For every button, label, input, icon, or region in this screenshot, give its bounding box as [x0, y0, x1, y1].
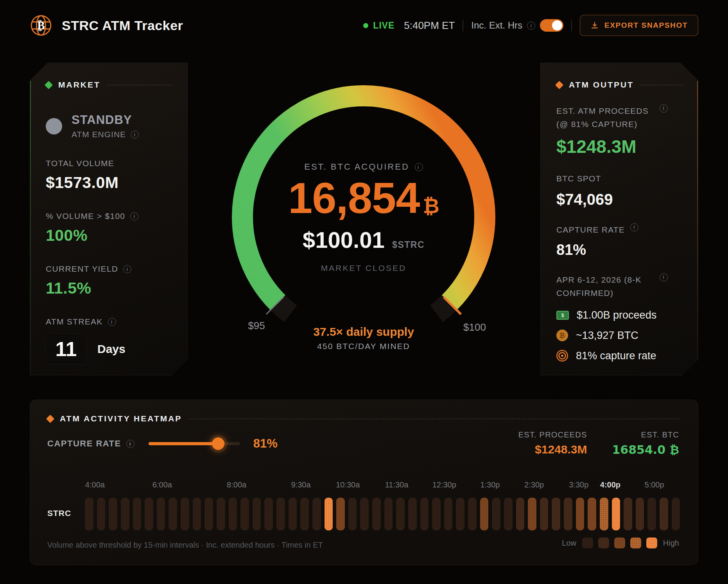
est-btc-label: EST. BTC [612, 430, 679, 439]
heatmap-cell[interactable] [133, 498, 142, 530]
heatmap-cell[interactable] [588, 498, 596, 530]
heatmap-cell[interactable] [492, 498, 500, 530]
market-panel: MARKET STANDBY ATM ENGINE i TOTAL VOLUME… [30, 63, 188, 375]
heatmap-cell[interactable] [540, 498, 549, 530]
heatmap-cell[interactable] [253, 498, 261, 530]
heatmap-cell[interactable] [624, 498, 632, 530]
heatmap-cell[interactable] [480, 498, 489, 530]
est-btc-value: 16854.0 ₿ [612, 443, 679, 457]
market-status: MARKET CLOSED [223, 263, 504, 273]
heatmap-cell[interactable] [468, 498, 477, 530]
heatmap-cell[interactable] [408, 498, 417, 530]
ext-hours-toggle[interactable] [540, 19, 563, 32]
event-item-text: ~13,927 BTC [576, 330, 638, 342]
heatmap-cell[interactable] [229, 498, 237, 530]
event-list: $$1.00B proceeds₿~13,927 BTC81% capture … [556, 309, 684, 362]
heatmap-cell[interactable] [360, 498, 369, 530]
gauge-center-readout: EST. BTC ACQUIRED i 16,854₿ $100.01 $STR… [223, 162, 504, 273]
heatmap-cell[interactable] [576, 498, 585, 530]
heatmap-cell[interactable] [109, 498, 117, 530]
heatmap-cell[interactable] [504, 498, 513, 530]
heatmap-cell[interactable] [516, 498, 525, 530]
heatmap-cell[interactable] [240, 498, 249, 530]
est-proceeds-value: $1248.3M [556, 136, 684, 157]
diamond-icon [45, 81, 53, 89]
info-icon[interactable]: i [108, 318, 116, 326]
gauge-end-cap-right [437, 303, 450, 313]
heatmap-cell[interactable] [348, 498, 357, 530]
live-label: LIVE [373, 20, 394, 31]
time-label: 3:30p [569, 480, 588, 489]
info-icon[interactable]: i [126, 440, 134, 448]
header: ₿ STRC ATM Tracker LIVE 5:40PM ET Inc. E… [30, 13, 698, 38]
heatmap-cell[interactable] [264, 498, 273, 530]
heatmap-cell[interactable] [181, 498, 189, 530]
atm-output-title: ATM OUTPUT [569, 80, 634, 90]
streak-unit-label: Days [97, 342, 126, 356]
heatmap-cell[interactable] [672, 498, 680, 530]
export-snapshot-button[interactable]: EXPORT SNAPSHOT [580, 15, 698, 36]
legend-swatch [646, 537, 657, 548]
info-icon[interactable]: i [527, 21, 535, 30]
heatmap-cell[interactable] [647, 498, 656, 530]
heatmap-cell[interactable] [336, 498, 345, 530]
heatmap-cell[interactable] [552, 498, 560, 530]
clock: 5:40PM ET [404, 20, 455, 32]
heatmap-cell[interactable] [444, 498, 453, 530]
event-item: $$1.00B proceeds [556, 309, 684, 321]
heatmap-cell[interactable] [289, 498, 297, 530]
heatmap-cell[interactable] [384, 498, 393, 530]
heatmap-cell[interactable] [528, 498, 536, 530]
svg-text:₿: ₿ [37, 19, 45, 32]
slider-knob[interactable] [212, 437, 224, 450]
info-icon[interactable]: i [630, 223, 638, 231]
heatmap-cell[interactable] [325, 498, 333, 530]
heatmap-cell[interactable] [300, 498, 309, 530]
market-stats: TOTAL VOLUME$1573.0M% VOLUME > $100i100%… [46, 159, 172, 297]
heatmap-legend: Low High [562, 537, 679, 548]
heatmap-cell[interactable] [420, 498, 429, 530]
heatmap-cell[interactable] [396, 498, 405, 530]
capture-slider-label: CAPTURE RATE [47, 439, 121, 449]
info-icon[interactable]: i [131, 131, 139, 139]
heatmap-cell[interactable] [372, 498, 381, 530]
heatmap-cell[interactable] [97, 498, 106, 530]
heatmap-cell[interactable] [612, 498, 620, 530]
app-root: ₿ STRC ATM Tracker LIVE 5:40PM ET Inc. E… [0, 0, 728, 584]
info-icon[interactable]: i [660, 273, 668, 281]
heatmap-cell[interactable] [169, 498, 177, 530]
capture-rate-control: CAPTURE RATE i 81% [47, 437, 278, 451]
time-label: 12:30p [432, 480, 456, 489]
info-icon[interactable]: i [660, 104, 668, 113]
heatmap-time-axis: 4:00a6:00a8:00a9:30a10:30a11:30a12:30p1:… [85, 480, 680, 491]
capture-rate-slider[interactable] [149, 442, 240, 445]
info-icon[interactable]: i [130, 212, 138, 220]
legend-swatch [630, 537, 641, 548]
heatmap-cell[interactable] [157, 498, 165, 530]
gauge-end-cap-left [278, 303, 291, 313]
heatmap-cell[interactable] [121, 498, 129, 530]
heatmap-cell[interactable] [660, 498, 668, 530]
heatmap-cell[interactable] [456, 498, 464, 530]
heatmap-cell[interactable] [636, 498, 644, 530]
heatmap-cell[interactable] [276, 498, 285, 530]
heatmap-cell[interactable] [193, 498, 201, 530]
heatmap-cell[interactable] [85, 498, 93, 530]
capture-slider-value: 81% [253, 437, 278, 451]
live-indicator-dot [363, 23, 368, 28]
stat-value: 11.5% [46, 279, 172, 297]
heatmap-cell[interactable] [204, 498, 213, 530]
heatmap-cell[interactable] [145, 498, 153, 530]
heatmap-cell[interactable] [564, 498, 572, 530]
heatmap-cell[interactable] [217, 498, 225, 530]
market-stat: CURRENT YIELDi11.5% [46, 264, 172, 297]
heatmap-cell[interactable] [432, 498, 441, 530]
heatmap-cell[interactable] [600, 498, 608, 530]
info-icon[interactable]: i [415, 163, 423, 171]
engine-status-label: ATM ENGINE [72, 130, 126, 139]
info-icon[interactable]: i [123, 265, 131, 273]
heatmap-cell[interactable] [312, 498, 321, 530]
stat-value: $1573.0M [46, 174, 172, 192]
dotted-divider [107, 84, 172, 86]
dotted-divider [188, 418, 679, 419]
